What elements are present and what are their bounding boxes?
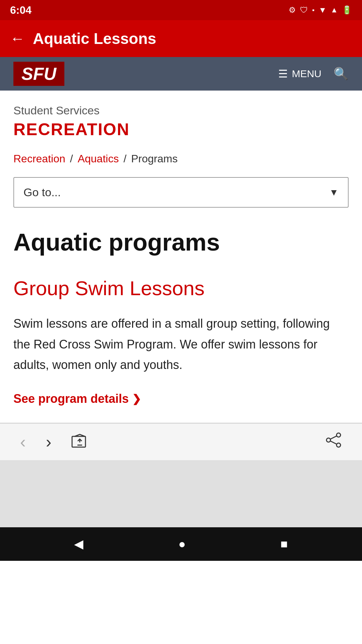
toolbar-nav-group: ‹ ›: [20, 433, 88, 450]
signal-icon: ▲: [330, 6, 338, 14]
android-nav-bar: ◀ ● ■: [0, 527, 362, 561]
recreation-title: RECREATION: [13, 120, 349, 139]
battery-icon: 🔋: [342, 5, 352, 15]
notification-icon: ▪: [312, 6, 314, 14]
svg-line-6: [330, 436, 337, 439]
section-title-group-swim[interactable]: Group Swim Lessons: [13, 277, 349, 300]
back-nav-button[interactable]: ‹: [20, 433, 26, 450]
forward-nav-button[interactable]: ›: [46, 433, 52, 450]
section-body-group-swim: Swim lessons are offered in a small grou…: [13, 313, 349, 375]
see-program-details-link[interactable]: See program details ❯: [13, 392, 349, 406]
add-to-homescreen-icon: [71, 434, 88, 448]
status-time: 6:04: [10, 4, 32, 16]
breadcrumb-sep-1: /: [70, 153, 73, 165]
android-recents-button[interactable]: ■: [281, 537, 288, 551]
chevron-right-icon: ❯: [132, 392, 141, 405]
android-back-button[interactable]: ◀: [74, 537, 83, 551]
gray-spacer: [0, 460, 362, 527]
app-bar-title: Aquatic Lessons: [33, 30, 156, 48]
nav-bar: SFU ☰ MENU 🔍: [0, 57, 362, 91]
chevron-down-icon: ▼: [329, 187, 339, 198]
svg-point-4: [326, 438, 330, 442]
back-button[interactable]: ←: [10, 31, 25, 46]
home-nav-button[interactable]: [71, 434, 88, 450]
share-icon: [325, 432, 342, 448]
wifi-icon: ▼: [318, 5, 326, 15]
sfu-logo[interactable]: SFU: [13, 62, 64, 86]
nav-right: ☰ MENU 🔍: [278, 67, 349, 81]
goto-dropdown[interactable]: Go to... ▼: [13, 177, 349, 208]
dropdown-label: Go to...: [23, 186, 61, 199]
breadcrumb-aquatics[interactable]: Aquatics: [78, 153, 119, 165]
shield-icon: 🛡: [300, 5, 308, 15]
svg-line-7: [330, 441, 337, 444]
page-title: Aquatic programs: [13, 228, 349, 257]
hamburger-icon: ☰: [278, 67, 288, 80]
bottom-toolbar: ‹ ›: [0, 423, 362, 460]
content-area: Student Services RECREATION Recreation /…: [0, 91, 362, 406]
breadcrumb-recreation[interactable]: Recreation: [13, 153, 65, 165]
search-button[interactable]: 🔍: [334, 67, 349, 81]
settings-icon: ⚙: [289, 5, 296, 15]
status-icons: ⚙ 🛡 ▪ ▼ ▲ 🔋: [289, 5, 352, 15]
app-bar: ← Aquatic Lessons: [0, 20, 362, 57]
student-services-label: Student Services: [13, 104, 349, 117]
svg-point-3: [337, 433, 341, 437]
svg-point-5: [337, 443, 341, 447]
breadcrumb-sep-2: /: [123, 153, 126, 165]
android-home-button[interactable]: ●: [178, 537, 186, 551]
menu-label: MENU: [292, 68, 321, 79]
menu-button[interactable]: ☰ MENU: [278, 67, 321, 80]
breadcrumb: Recreation / Aquatics / Programs: [13, 153, 349, 165]
status-bar: 6:04 ⚙ 🛡 ▪ ▼ ▲ 🔋: [0, 0, 362, 20]
see-program-details-label: See program details: [13, 392, 129, 406]
share-button[interactable]: [325, 432, 342, 452]
breadcrumb-programs: Programs: [131, 153, 178, 165]
